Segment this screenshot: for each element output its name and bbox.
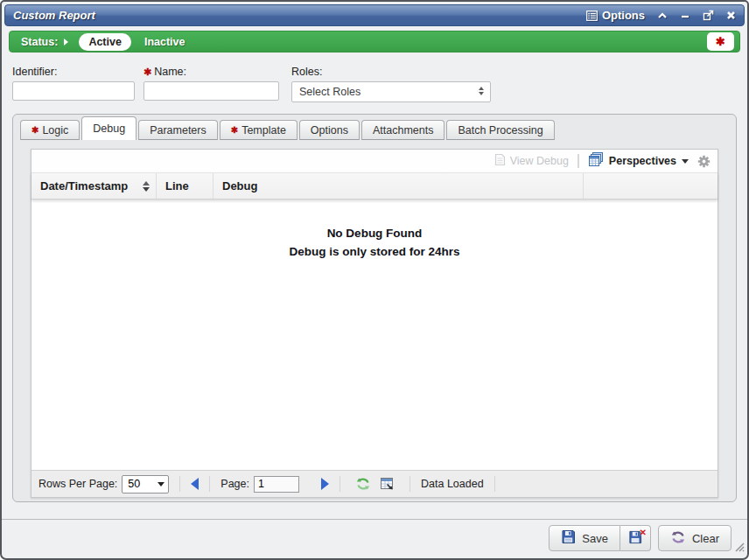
previous-page-icon[interactable] xyxy=(191,478,199,490)
options-list-icon xyxy=(586,10,598,21)
footer-separator xyxy=(340,476,340,492)
save-button[interactable]: Save xyxy=(549,525,620,551)
refresh-icon[interactable] xyxy=(355,477,371,491)
rows-per-page-label: Rows Per Page: xyxy=(38,478,117,490)
bottom-action-bar: Save ✕ Clear xyxy=(549,525,732,551)
footer-separator xyxy=(179,476,180,492)
perspectives-label: Perspectives xyxy=(609,155,676,167)
identifier-input[interactable] xyxy=(12,81,135,101)
resize-grip[interactable] xyxy=(733,540,745,556)
sort-icon[interactable] xyxy=(143,181,150,192)
save-floppy-icon xyxy=(561,529,576,547)
toolbar-separator xyxy=(578,154,579,168)
tab-panel: ✱ Logic Debug Parameters ✱ Template Opti… xyxy=(12,114,737,502)
data-loaded-status: Data Loaded xyxy=(421,478,484,490)
clear-button[interactable]: Clear xyxy=(658,525,732,551)
save-label: Save xyxy=(582,532,608,545)
tab-debug[interactable]: Debug xyxy=(81,116,136,140)
status-bar: Status: Active Inactive ✱ xyxy=(9,31,740,52)
view-debug-button[interactable]: View Debug xyxy=(494,153,569,169)
status-expand-icon xyxy=(64,38,68,46)
name-field-group: ✱Name: xyxy=(144,66,279,101)
status-option-inactive[interactable]: Inactive xyxy=(144,36,186,48)
window-title: Custom Report xyxy=(13,9,95,22)
table-header-row: Date/Timestamp Line Debug xyxy=(32,172,718,200)
table-toolbar: View Debug Perspectives xyxy=(32,150,718,172)
page-input[interactable] xyxy=(254,476,299,493)
tab-template[interactable]: ✱ Template xyxy=(220,120,298,140)
options-button[interactable]: Options xyxy=(586,9,645,22)
name-label: Name: xyxy=(154,66,186,78)
tab-batch-processing[interactable]: Batch Processing xyxy=(446,120,554,140)
footer-separator xyxy=(494,476,495,492)
options-label: Options xyxy=(602,9,645,22)
settings-gear-icon[interactable] xyxy=(697,155,710,168)
column-header-line: Line xyxy=(157,173,214,199)
pagination-bar: Rows Per Page: 50 Page: xyxy=(32,470,718,497)
name-input[interactable] xyxy=(144,81,279,101)
table-body: No Debug Found Debug is only stored for … xyxy=(32,200,718,470)
titlebar: Custom Report Options xyxy=(4,4,745,26)
next-page-icon[interactable] xyxy=(321,478,329,490)
minimize-icon[interactable] xyxy=(680,11,690,20)
required-fields-button[interactable]: ✱ xyxy=(707,32,734,51)
save-and-close-button[interactable]: ✕ xyxy=(620,525,651,551)
page-label: Page: xyxy=(220,478,249,490)
perspectives-button[interactable]: Perspectives xyxy=(588,152,689,170)
required-asterisk: ✱ xyxy=(144,66,151,77)
custom-report-window: Custom Report Options Status: xyxy=(0,0,749,560)
identifier-field-group: Identifier: xyxy=(12,66,135,101)
status-label: Status: xyxy=(21,36,58,48)
red-x-badge: ✕ xyxy=(640,528,647,537)
footer-separator xyxy=(209,476,210,492)
popout-icon[interactable] xyxy=(703,10,714,21)
column-header-debug: Debug xyxy=(214,173,584,199)
chevron-down-icon xyxy=(682,159,689,164)
tab-options[interactable]: Options xyxy=(299,120,360,140)
perspectives-icon xyxy=(588,152,604,170)
column-header-empty xyxy=(584,173,718,199)
identifier-label: Identifier: xyxy=(12,66,135,78)
tab-parameters[interactable]: Parameters xyxy=(138,120,218,140)
close-icon[interactable] xyxy=(726,10,736,20)
tab-strip: ✱ Logic Debug Parameters ✱ Template Opti… xyxy=(20,116,556,140)
document-icon xyxy=(494,153,506,169)
form-row: Identifier: ✱Name: Roles: Select Roles xyxy=(2,66,747,105)
empty-state-title: No Debug Found xyxy=(32,224,718,242)
required-asterisk: ✱ xyxy=(32,125,38,135)
required-asterisk: ✱ xyxy=(231,125,238,135)
bottom-divider xyxy=(2,519,747,520)
rows-per-page-select[interactable]: 50 xyxy=(122,475,169,494)
tab-attachments[interactable]: Attachments xyxy=(361,120,444,140)
export-table-icon[interactable] xyxy=(380,477,395,491)
debug-table: View Debug Perspectives Date/Timestamp xyxy=(31,149,718,498)
roles-label: Roles: xyxy=(291,66,491,78)
roles-field-group: Roles: Select Roles xyxy=(291,66,491,102)
column-header-date-timestamp: Date/Timestamp xyxy=(32,173,157,199)
footer-separator xyxy=(410,476,410,492)
clear-label: Clear xyxy=(692,532,719,545)
roles-select[interactable]: Select Roles xyxy=(291,81,491,102)
status-option-active[interactable]: Active xyxy=(79,33,131,51)
empty-state-subtitle: Debug is only stored for 24hrs xyxy=(32,242,718,261)
tab-logic[interactable]: ✱ Logic xyxy=(20,120,80,140)
clear-refresh-icon xyxy=(670,530,686,547)
view-debug-label: View Debug xyxy=(510,155,569,167)
collapse-icon[interactable] xyxy=(657,11,668,20)
required-asterisk-icon: ✱ xyxy=(716,35,725,48)
